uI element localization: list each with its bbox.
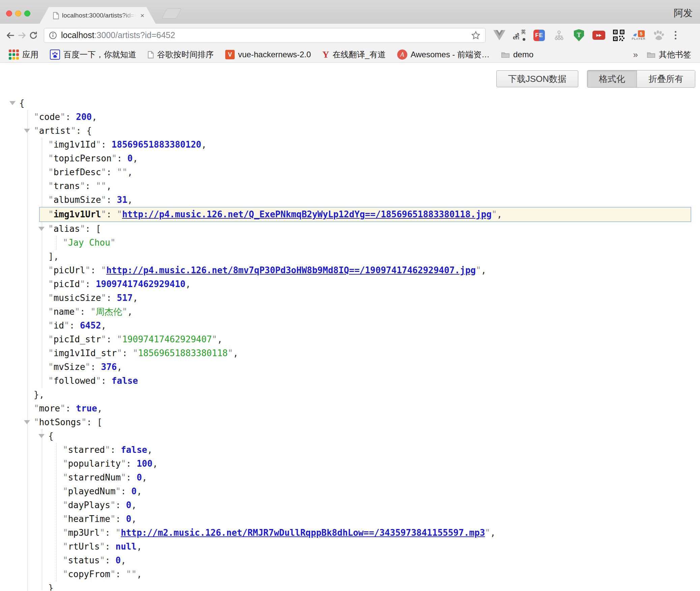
new-tab-button[interactable]: [162, 8, 182, 19]
tampermonkey-shield-icon[interactable]: T: [573, 29, 585, 42]
qr-code-icon[interactable]: [612, 29, 625, 42]
json-token: ": [100, 541, 105, 552]
json-token: :: [90, 362, 101, 372]
json-block: "Jay Chou": [56, 236, 697, 250]
browser-menu-icon[interactable]: [672, 31, 679, 39]
window-controls: [6, 10, 30, 17]
json-token: ": [85, 362, 91, 372]
json-line: ],: [48, 250, 697, 263]
json-token: :: [105, 555, 115, 565]
window-close-button[interactable]: [6, 10, 12, 17]
bookmark-apps[interactable]: 应用: [9, 49, 38, 60]
back-button[interactable]: [5, 30, 16, 41]
json-token: :: [90, 265, 101, 275]
json-url-link[interactable]: http://p4.music.126.net/8mv7qP30Pd3oHW8b…: [106, 265, 476, 275]
browser-tab[interactable]: localhost:3000/artists?id=645 ×: [39, 7, 156, 24]
collapse-toggle-icon[interactable]: [38, 227, 45, 231]
json-token: ": [63, 486, 68, 496]
bookmark-star-icon[interactable]: [471, 31, 480, 40]
json-token: ": [63, 569, 68, 579]
json-token: ,: [127, 167, 133, 177]
json-line: "hearTime": 0,: [63, 512, 697, 526]
json-token: :: [65, 403, 76, 413]
json-literal-value: 18569651883380120: [112, 139, 201, 150]
bookmarks-overflow-icon[interactable]: »: [633, 50, 638, 60]
paw-extension-icon[interactable]: [652, 29, 665, 42]
json-token: ": [71, 126, 76, 136]
window-minimize-button[interactable]: [15, 10, 21, 17]
json-token: ": [116, 486, 121, 496]
json-key: more: [39, 403, 60, 413]
json-token: ": [48, 209, 54, 219]
json-token: ": [101, 209, 107, 219]
translate-extension-icon[interactable]: ⇄ 英 en: [513, 29, 526, 42]
json-token: ,: [185, 279, 191, 289]
json-literal-value: 376: [101, 362, 117, 372]
download-json-button[interactable]: 下载JSON数据: [496, 70, 578, 87]
other-bookmarks-folder[interactable]: 其他书签: [647, 49, 691, 60]
html5-player-icon[interactable]: 5 PLAYER: [632, 29, 645, 42]
bookmark-vue-hackernews[interactable]: V vue-hackernews-2.0: [225, 50, 311, 59]
json-key: copyFrom: [68, 569, 110, 579]
json-token: ,: [481, 265, 487, 275]
json-key: starred: [68, 445, 105, 455]
json-token: ,: [147, 445, 152, 455]
json-line: "picId": 19097417462929410,: [48, 277, 697, 291]
json-token: ": [105, 445, 110, 455]
bookmark-demo-folder[interactable]: demo: [501, 50, 533, 59]
json-token: ": [64, 320, 69, 331]
bookmark-label: demo: [513, 50, 533, 59]
browser-profile-name[interactable]: 阿发: [674, 7, 693, 20]
collapse-toggle-icon[interactable]: [38, 434, 45, 438]
video-downloader-icon[interactable]: ▶▶: [592, 29, 605, 42]
vue-bookmark-icon: V: [225, 50, 235, 59]
json-line: }: [48, 581, 697, 591]
json-token: ": [110, 500, 116, 510]
format-button[interactable]: 格式化: [587, 70, 637, 87]
json-token: ": [81, 417, 87, 427]
fe-extension-icon[interactable]: FE: [533, 29, 546, 42]
json-token: ": [63, 514, 68, 524]
bookmark-label: vue-hackernews-2.0: [238, 50, 311, 59]
json-token: ,: [201, 139, 207, 150]
forward-button[interactable]: [16, 30, 28, 41]
json-token: ,: [106, 181, 112, 191]
json-token: ": [96, 376, 101, 386]
translate-en-glyph: en: [513, 34, 519, 41]
bookmark-youdao[interactable]: Y 在线翻译_有道: [322, 49, 386, 60]
json-token: ": [34, 112, 39, 122]
collapse-toggle-icon[interactable]: [24, 129, 30, 133]
address-bar[interactable]: localhost:3000/artists?id=6452: [44, 28, 486, 43]
json-token: ": [212, 334, 217, 344]
json-token: ": [80, 181, 85, 191]
json-url-link[interactable]: http://m2.music.126.net/RMJR7wDullRqppBk…: [121, 528, 485, 538]
collapse-all-button[interactable]: 折叠所有: [637, 70, 695, 87]
json-literal-value: 100: [137, 459, 152, 469]
json-token: ": [85, 265, 91, 275]
sitemap-extension-icon[interactable]: [553, 29, 565, 42]
json-key: followed: [54, 376, 96, 386]
json-token: :: [121, 486, 131, 496]
collapse-toggle-icon[interactable]: [9, 101, 16, 105]
json-token: :: [106, 293, 117, 303]
bookmark-awesomes[interactable]: A Awesomes - 前端资…: [397, 49, 490, 60]
bookmark-google-sort[interactable]: 谷歌按时间排序: [148, 49, 214, 60]
json-key: name: [54, 307, 75, 317]
json-literal-value: 0: [126, 500, 132, 510]
json-viewer: {"code": 200,"artist": {"img1v1Id": 1856…: [0, 88, 700, 591]
window-zoom-button[interactable]: [24, 10, 30, 17]
json-key: img1v1Url: [54, 209, 101, 219]
json-token: ": [112, 153, 117, 163]
json-literal-value: 0: [137, 472, 142, 483]
extensions-row: ⇄ 英 en FE T ▶▶: [493, 29, 679, 42]
reload-button[interactable]: [28, 30, 39, 41]
json-url-link[interactable]: http://p4.music.126.net/Q_ExePNkmqB2yWyL…: [122, 209, 492, 219]
json-token: ": [48, 307, 54, 317]
vue-devtools-icon[interactable]: [493, 29, 506, 42]
json-token: ": [63, 459, 68, 469]
tab-close-icon[interactable]: ×: [140, 12, 144, 19]
bookmark-baidu[interactable]: 百度一下，你就知道: [50, 49, 136, 60]
json-token: ": [116, 528, 121, 538]
collapse-toggle-icon[interactable]: [24, 420, 30, 424]
site-info-icon[interactable]: [49, 31, 57, 39]
